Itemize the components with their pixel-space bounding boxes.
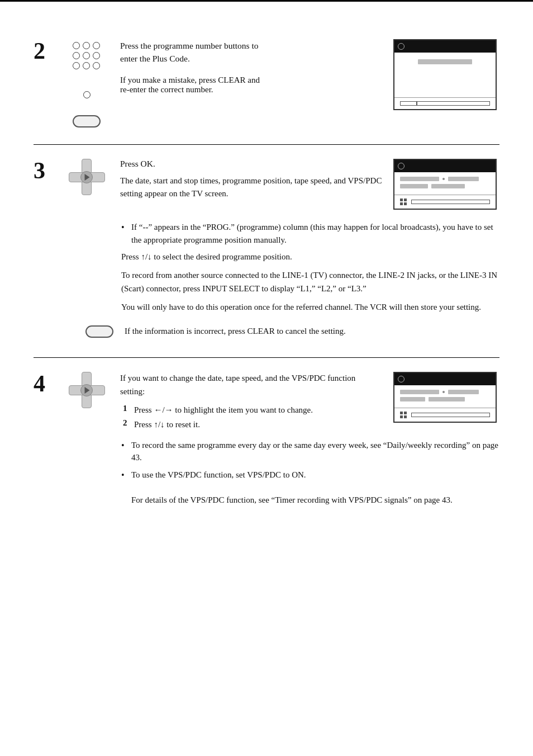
screen-diagram-2 <box>393 39 497 110</box>
bar <box>400 397 425 401</box>
step-3-clear-row: If the information is incorrect, press C… <box>85 325 499 338</box>
step-4-text: If you want to change the date, tape spe… <box>120 372 382 433</box>
screen-top-bar-4 <box>394 373 496 385</box>
bar <box>400 177 439 181</box>
step-3-desc: The date, start and stop times, programm… <box>120 174 382 201</box>
clear-button-icon <box>73 115 101 127</box>
step-4-numbered: 1 Press ←/→ to highlight the item you wa… <box>123 404 382 431</box>
numpad-icon <box>73 42 101 80</box>
screen-circle-icon-3 <box>398 163 404 169</box>
dot-sep-4 <box>442 391 445 393</box>
numpad-dot <box>93 42 100 49</box>
bar <box>429 397 465 401</box>
screen-body <box>394 53 496 97</box>
screen-diagram-4 <box>393 372 497 423</box>
step-3-clear-text: If the information is incorrect, press C… <box>125 325 346 338</box>
bar <box>400 390 439 394</box>
bar <box>431 184 465 188</box>
sub-step-1-text: Press ←/→ to highlight the item you want… <box>134 404 313 417</box>
bar <box>400 184 428 188</box>
screen-body-3 <box>394 172 496 195</box>
clear-button-icon-3 <box>85 325 113 338</box>
screen-bottom-4 <box>394 408 496 422</box>
dot-grid-icon <box>400 199 407 205</box>
d <box>404 415 407 418</box>
d <box>404 412 407 414</box>
numpad-last-dot <box>83 91 91 98</box>
step-3-press-arrows: Press ↑/↓ to select the desired programm… <box>121 251 499 263</box>
screen-bottom-3 <box>394 195 496 209</box>
d <box>404 202 407 205</box>
step-3-section: 3 Press OK. The date, start and stop tim… <box>34 148 499 358</box>
step-3-title: Press OK. <box>120 159 382 169</box>
step-2-main-text: Press the programme number buttons to en… <box>120 39 382 65</box>
bar <box>448 390 479 394</box>
d <box>400 199 403 201</box>
screen-bottom-rect <box>400 101 417 106</box>
screen-bottom <box>394 97 496 109</box>
bullet-1-text: If “--” appears in the “PROG.” (programm… <box>131 221 499 246</box>
bullet-4-2: • To use the VPS/PDC function, set VPS/P… <box>121 469 499 507</box>
top-border <box>0 0 533 2</box>
numpad-dot <box>93 62 100 69</box>
numpad-dot <box>93 52 100 59</box>
screen-bottom-bar-4 <box>411 413 490 417</box>
step-2-clear-text: If you make a mistake, press CLEAR and r… <box>120 75 382 94</box>
screen-diagram-3 <box>393 159 497 210</box>
screen-circle-icon-4 <box>398 376 404 382</box>
step-2-number: 2 <box>34 39 61 63</box>
bullet-4-1: • To record the same programme every day… <box>121 439 499 464</box>
step-3-bullets: • If “--” appears in the “PROG.” (progra… <box>118 221 499 319</box>
dot-sep <box>442 178 445 180</box>
page: 2 <box>0 0 533 756</box>
step-4-bullets: • To record the same programme every day… <box>118 439 499 511</box>
d <box>404 199 407 201</box>
screen-row-4a <box>400 390 490 394</box>
bar <box>448 177 479 181</box>
d <box>400 415 403 418</box>
step-4-icons <box>64 372 109 413</box>
step-3-record-text: To record from another source connected … <box>121 269 499 295</box>
numpad-dot <box>83 52 90 59</box>
screen-bottom-bar-3 <box>411 200 490 204</box>
screen-row <box>400 177 490 181</box>
step-3-text: Press OK. The date, start and stop times… <box>120 159 382 201</box>
screen-circle-icon <box>398 43 404 50</box>
sub-step-2-label: 2 <box>123 418 134 431</box>
bullet-4-2-text: To use the VPS/PDC function, set VPS/PDC… <box>131 469 453 507</box>
sub-step-1-label: 1 <box>123 404 134 417</box>
sub-step-2: 2 Press ↑/↓ to reset it. <box>123 418 382 431</box>
bullet-symbol-4-1: • <box>121 439 131 464</box>
step-3-screen <box>393 159 499 215</box>
numpad-dot <box>73 52 80 59</box>
numpad-dot <box>83 42 90 49</box>
numpad-dot <box>73 62 80 69</box>
step-3-number: 3 <box>34 159 61 182</box>
dot-grid-icon-4 <box>400 412 407 418</box>
screen-top-bar-3 <box>394 160 496 172</box>
step-4-desc: If you want to change the date, tape spe… <box>120 372 382 398</box>
d <box>400 202 403 205</box>
screen-bottom-bar <box>417 101 490 106</box>
d <box>400 412 403 414</box>
screen-row-4b <box>400 397 490 401</box>
ok-button-icon-4 <box>69 372 105 408</box>
numpad-dot <box>83 91 91 98</box>
screen-top-bar <box>394 40 496 53</box>
step-2-screen <box>393 39 499 116</box>
screen-row <box>400 184 490 188</box>
step-4-number: 4 <box>34 372 61 395</box>
step-4-screen <box>393 372 499 428</box>
bullet-symbol: • <box>121 221 131 246</box>
sub-step-1: 1 Press ←/→ to highlight the item you wa… <box>123 404 382 417</box>
step-2-icons <box>64 42 109 127</box>
numpad-dot <box>73 42 80 49</box>
numpad-dot <box>83 62 90 69</box>
step-2-section: 2 <box>34 28 499 145</box>
screen-body-4 <box>394 385 496 408</box>
step-3-store-text: You will only have to do this operation … <box>121 301 499 314</box>
step-4-section: 4 If you want to change the date, tape s… <box>34 361 499 527</box>
bullet-symbol-4-2: • <box>121 469 131 507</box>
bullet-4-1-text: To record the same programme every day o… <box>131 439 499 464</box>
screen-bar <box>418 59 472 64</box>
